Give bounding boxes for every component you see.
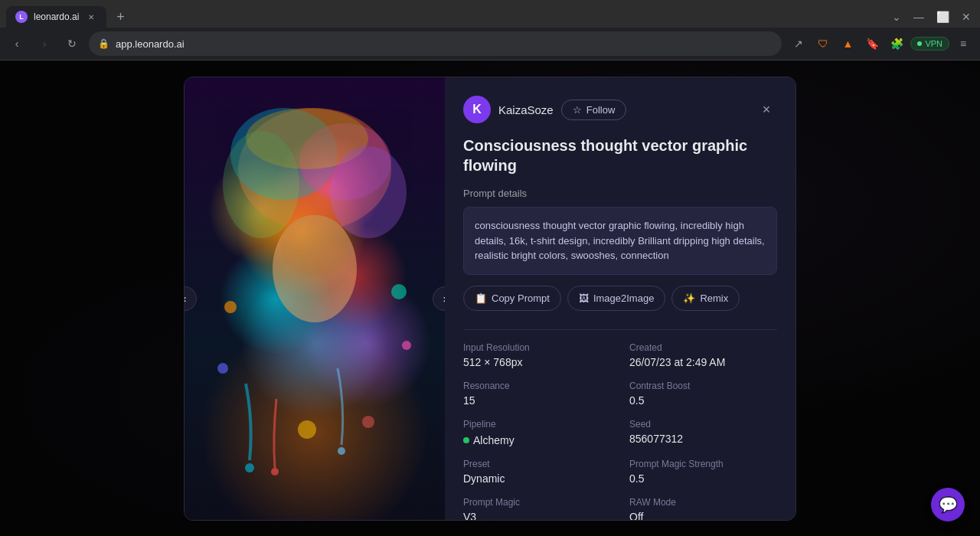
seed-value: 856077312: [629, 433, 777, 445]
image2image-label: Image2Image: [593, 293, 655, 304]
menu-button[interactable]: ≡: [952, 33, 974, 54]
prompt-magic-strength-value: 0.5: [629, 472, 777, 485]
svg-point-7: [280, 215, 349, 276]
svg-point-11: [224, 301, 237, 313]
tab-title: leonardo.ai: [34, 11, 79, 22]
active-tab[interactable]: L leonardo.ai ✕: [6, 6, 106, 28]
dropdown-icon[interactable]: ⌄: [892, 11, 901, 23]
svg-point-8: [245, 463, 254, 472]
svg-point-16: [362, 416, 374, 428]
chat-support-button[interactable]: 💬: [931, 488, 965, 521]
resonance-value: 15: [463, 394, 611, 407]
image-title: Consciousness thought vector graphic flo…: [463, 136, 777, 175]
raw-mode-label: RAW Mode: [629, 497, 777, 508]
follow-label: Follow: [586, 104, 616, 116]
svg-point-5: [330, 146, 407, 238]
input-resolution-value: 512 × 768px: [463, 356, 611, 368]
seed-item: Seed 856077312: [629, 419, 777, 446]
tab-close-button[interactable]: ✕: [85, 11, 97, 23]
vpn-label: VPN: [925, 39, 942, 48]
prompt-magic-strength-item: Prompt Magic Strength 0.5: [629, 459, 777, 485]
svg-point-10: [338, 447, 345, 455]
chat-icon: 💬: [939, 495, 958, 514]
svg-point-15: [298, 420, 316, 439]
brave-shield-button[interactable]: 🛡: [812, 33, 834, 54]
pipeline-label: Pipeline: [463, 419, 611, 430]
svg-point-9: [271, 468, 279, 476]
resonance-label: Resonance: [463, 381, 611, 391]
close-window-button[interactable]: ✕: [962, 11, 971, 23]
pipeline-value: Alchemy: [463, 434, 514, 446]
browser-actions: ↗ 🛡 ▲ 🔖 🧩 VPN ≡: [788, 33, 974, 54]
resonance-item: Resonance 15: [463, 381, 611, 407]
image-panel: ‹ ›: [185, 77, 445, 520]
close-icon: ×: [763, 102, 771, 118]
image2image-icon: 🖼: [579, 293, 589, 304]
svg-point-12: [391, 284, 407, 299]
divider: [463, 329, 777, 330]
artwork: [185, 77, 445, 520]
created-label: Created: [629, 342, 777, 353]
contrast-boost-item: Contrast Boost 0.5: [629, 381, 777, 407]
svg-point-13: [402, 341, 411, 350]
back-button[interactable]: ‹: [6, 33, 28, 54]
metadata-grid: Input Resolution 512 × 768px Created 26/…: [463, 342, 777, 521]
share-button[interactable]: ↗: [788, 33, 809, 54]
alchemy-dot: [463, 437, 469, 443]
input-resolution-label: Input Resolution: [463, 342, 611, 353]
follow-button[interactable]: ☆ Follow: [561, 100, 627, 120]
preset-item: Preset Dynamic: [463, 459, 611, 485]
new-tab-button[interactable]: +: [109, 6, 131, 28]
close-modal-button[interactable]: ×: [756, 99, 777, 120]
tab-bar: L leonardo.ai ✕ + ⌄ — ⬜ ✕: [0, 0, 980, 28]
seed-label: Seed: [629, 419, 777, 430]
prompt-magic-item: Prompt Magic V3: [463, 497, 611, 521]
raw-mode-value: Off: [629, 511, 777, 521]
pipeline-item: Pipeline Alchemy: [463, 419, 611, 446]
info-panel: K KaizaSoze ☆ Follow × Consciousness tho…: [445, 77, 795, 520]
copy-icon: 📋: [475, 293, 487, 304]
created-value: 26/07/23 at 2:49 AM: [629, 356, 777, 368]
action-buttons: 📋 Copy Prompt 🖼 Image2Image ✨ Remix: [463, 286, 777, 311]
created-item: Created 26/07/23 at 2:49 AM: [629, 342, 777, 368]
browser-controls: ‹ › ↻ 🔒 app.leonardo.ai ↗ 🛡 ▲ 🔖 🧩 VPN ≡: [0, 28, 980, 60]
copy-prompt-button[interactable]: 📋 Copy Prompt: [463, 286, 561, 311]
right-arrow-icon: ›: [443, 293, 445, 305]
prompt-section-label: Prompt details: [463, 188, 777, 199]
modal-overlay: ‹ › K KaizaSoze: [0, 60, 980, 536]
image2image-button[interactable]: 🖼 Image2Image: [567, 286, 666, 311]
username[interactable]: KaizaSoze: [498, 103, 554, 116]
star-icon: ☆: [573, 104, 582, 116]
forward-button[interactable]: ›: [34, 33, 55, 54]
prompt-text: consciousness thought vector graphic flo…: [463, 207, 777, 275]
preset-value: Dynamic: [463, 472, 611, 485]
vpn-badge[interactable]: VPN: [910, 37, 949, 51]
remix-button[interactable]: ✨ Remix: [671, 286, 740, 311]
url-text: app.leonardo.ai: [116, 38, 185, 50]
input-resolution-item: Input Resolution 512 × 768px: [463, 342, 611, 368]
prompt-magic-strength-label: Prompt Magic Strength: [629, 459, 777, 469]
page-background: ‹ › K KaizaSoze: [0, 60, 980, 536]
artwork-svg: [185, 77, 445, 483]
alchemy-label: Alchemy: [473, 434, 514, 446]
reload-button[interactable]: ↻: [61, 33, 83, 54]
contrast-boost-value: 0.5: [629, 394, 777, 407]
bookmark-button[interactable]: 🔖: [861, 33, 883, 54]
minimize-button[interactable]: —: [913, 11, 924, 23]
user-info: K KaizaSoze ☆ Follow: [463, 96, 626, 123]
preset-label: Preset: [463, 459, 611, 469]
address-bar[interactable]: 🔒 app.leonardo.ai: [89, 31, 782, 56]
vpn-dot: [917, 41, 922, 46]
avatar: K: [463, 96, 491, 123]
extensions-button[interactable]: 🧩: [886, 33, 907, 54]
contrast-boost-label: Contrast Boost: [629, 381, 777, 391]
copy-prompt-label: Copy Prompt: [492, 293, 550, 304]
brave-rewards-button[interactable]: ▲: [837, 33, 858, 54]
tab-favicon: L: [15, 11, 28, 23]
remix-icon: ✨: [683, 293, 695, 304]
browser-chrome: L leonardo.ai ✕ + ⌄ — ⬜ ✕ ‹ › ↻ 🔒 app.le…: [0, 0, 980, 60]
prompt-magic-value: V3: [463, 511, 611, 521]
lock-icon: 🔒: [98, 38, 109, 49]
left-arrow-icon: ‹: [185, 293, 186, 305]
maximize-button[interactable]: ⬜: [936, 11, 949, 23]
